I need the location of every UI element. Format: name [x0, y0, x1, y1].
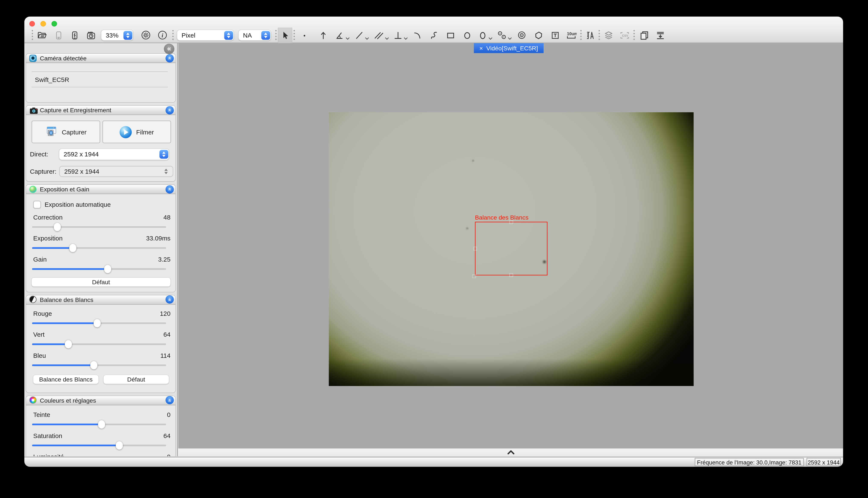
bottom-panel-toggle[interactable] — [178, 448, 843, 457]
section-collapse-button[interactable]: « — [166, 54, 174, 62]
roi-handle[interactable] — [473, 247, 477, 250]
camera-timer-icon[interactable] — [86, 30, 96, 40]
section-header[interactable]: Balance des Blancs « — [26, 295, 176, 304]
section-capture: Capture et Enregistrement « Capturer Fil… — [26, 106, 176, 181]
gain-slider[interactable] — [32, 265, 166, 273]
info-icon[interactable]: i — [157, 30, 168, 40]
zoom-select[interactable]: 33% — [101, 30, 133, 40]
text-tool-icon[interactable] — [550, 30, 560, 40]
export-merge-icon[interactable] — [655, 30, 665, 40]
camera-device-item[interactable]: Swift_EC5R — [31, 71, 168, 87]
measurement-tools-icon[interactable] — [585, 30, 595, 40]
zoom-select-value: 33% — [106, 32, 118, 38]
duplicate-icon[interactable] — [639, 30, 650, 40]
device-flash-icon[interactable] — [70, 30, 80, 40]
snap-resolution-value: 2592 x 1944 — [64, 168, 99, 175]
chevron-down-icon[interactable] — [488, 32, 493, 42]
exposure-default-button[interactable]: Défaut — [31, 277, 171, 286]
curve-tool-icon[interactable] — [429, 30, 439, 40]
unit-select[interactable]: Pixel — [177, 30, 233, 40]
auto-exposure-checkbox[interactable] — [33, 201, 41, 208]
parallel-tool-icon[interactable] — [373, 30, 384, 40]
tab-close-icon[interactable]: × — [479, 44, 483, 51]
section-header[interactable]: Caméra détectée « — [26, 54, 176, 63]
scalebar-tool-icon[interactable]: 10um — [566, 30, 577, 40]
stepper-icon[interactable] — [123, 31, 132, 39]
correction-slider[interactable] — [32, 223, 166, 231]
arc-tool-icon[interactable] — [412, 30, 422, 40]
section-body: Exposition automatique Correction48 Expo… — [26, 194, 176, 292]
perpendicular-tool-icon[interactable] — [393, 30, 403, 40]
section-header[interactable]: Couleurs et réglages « — [26, 396, 176, 405]
stepper-icon[interactable] — [224, 31, 233, 39]
scalebar-label: 10um — [567, 31, 577, 36]
section-header[interactable]: Capture et Enregistrement « — [26, 106, 176, 115]
arrow-tool-icon[interactable] — [318, 30, 328, 40]
video-tab[interactable]: × Vidéo[Swift_EC5R] — [474, 43, 544, 53]
line-tool-icon[interactable] — [354, 30, 365, 40]
chevron-down-icon[interactable] — [404, 32, 408, 42]
record-button[interactable]: Filmer — [102, 120, 171, 143]
stepper-icon[interactable] — [159, 150, 168, 158]
close-window-button[interactable] — [29, 21, 35, 26]
stepper-icon[interactable] — [261, 31, 270, 39]
pointer-tool-selected[interactable] — [278, 27, 292, 43]
section-collapse-button[interactable]: « — [166, 396, 174, 404]
section-collapse-button[interactable]: « — [166, 106, 174, 114]
roi-handle[interactable] — [472, 274, 476, 278]
section-collapse-button[interactable]: « — [166, 185, 174, 193]
white-balance-roi[interactable] — [475, 222, 548, 275]
section-body: Rouge120 Vert64 Bleu114 Balance des Blan… — [26, 304, 176, 392]
slider-value: 33.09ms — [146, 234, 170, 242]
red-slider[interactable] — [32, 319, 166, 327]
snap-resolution-select[interactable]: 2592 x 1944 — [59, 166, 173, 177]
live-resolution-value: 2592 x 1944 — [64, 151, 99, 158]
green-slider[interactable] — [32, 340, 166, 348]
two-circles-tool-icon[interactable] — [497, 30, 507, 40]
section-title: Capture et Enregistrement — [40, 107, 166, 113]
na-select[interactable]: NA — [239, 30, 271, 40]
section-collapse-button[interactable]: « — [166, 295, 174, 304]
white-balance-icon — [29, 296, 37, 303]
chevron-down-icon[interactable] — [365, 32, 369, 42]
exposure-slider[interactable] — [32, 244, 166, 252]
record-play-icon — [119, 126, 132, 138]
device-disabled-icon[interactable] — [54, 30, 64, 40]
live-video-frame[interactable]: Balance des Blancs — [329, 112, 694, 386]
toolbar-separator — [172, 29, 174, 41]
slider-label: Vert — [33, 330, 44, 338]
capture-button-label: Capturer — [62, 129, 87, 135]
angle-tool-icon[interactable] — [335, 30, 345, 40]
live-resolution-select[interactable]: 2592 x 1944 — [59, 149, 169, 160]
concentric-circles-tool-icon[interactable] — [516, 30, 527, 40]
white-balance-button[interactable]: Balance des Blancs — [33, 375, 99, 383]
section-title: Balance des Blancs — [40, 296, 166, 303]
section-header[interactable]: Exposition et Gain « — [26, 185, 176, 194]
auto-exposure-label: Exposition automatique — [44, 201, 111, 208]
white-balance-default-button[interactable]: Défaut — [104, 375, 169, 383]
point-tool-icon[interactable] — [299, 30, 309, 40]
blue-slider[interactable] — [32, 361, 166, 369]
ellipse-tool-icon[interactable] — [478, 30, 488, 40]
sidebar-collapse-button[interactable]: « — [164, 44, 174, 54]
hue-slider[interactable] — [32, 420, 166, 428]
circle-tool-icon[interactable] — [462, 30, 472, 40]
roi-handle[interactable] — [509, 220, 513, 224]
minimize-window-button[interactable] — [40, 21, 46, 26]
zoom-window-button[interactable] — [51, 21, 57, 26]
chevron-down-icon[interactable] — [508, 32, 512, 42]
saturation-slider[interactable] — [32, 441, 166, 449]
settings-gear-icon[interactable] — [141, 30, 151, 40]
titlebar — [24, 17, 843, 28]
capture-button[interactable]: Capturer — [31, 120, 100, 143]
layers-icon[interactable] — [603, 30, 614, 40]
rectangle-tool-icon[interactable] — [446, 30, 456, 40]
open-file-icon[interactable] — [37, 30, 47, 40]
section-colors: Couleurs et réglages « Teinte0 Saturatio… — [26, 396, 176, 456]
stepper-disabled-icon — [162, 167, 170, 176]
slider-value: 3.25 — [158, 255, 170, 263]
roi-handle[interactable] — [509, 273, 513, 277]
polygon-tool-icon[interactable] — [534, 30, 544, 40]
chevron-down-icon[interactable] — [385, 32, 389, 42]
chevron-down-icon[interactable] — [345, 32, 350, 42]
